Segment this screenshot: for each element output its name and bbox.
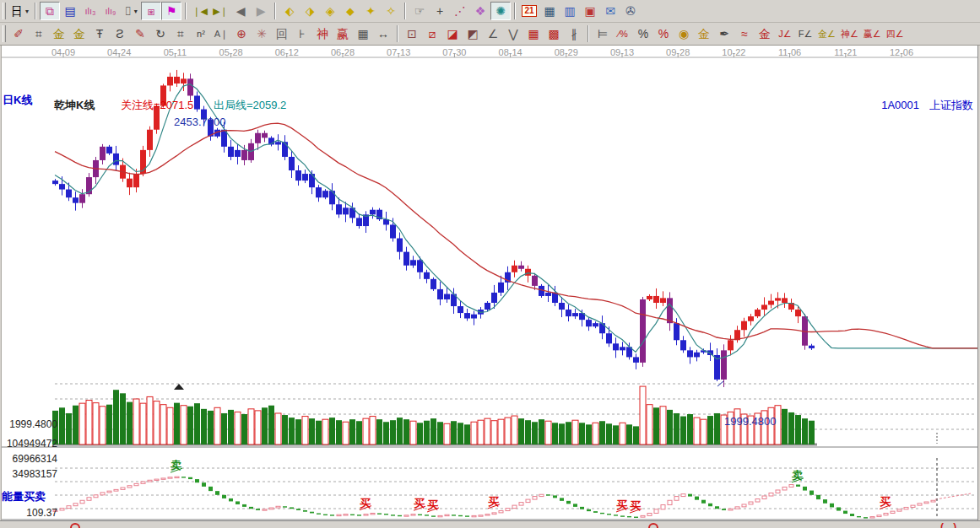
calendar-icon[interactable]: 21 bbox=[519, 2, 539, 20]
page-back-icon[interactable]: ◀ bbox=[230, 2, 251, 20]
gold-grid-icon[interactable]: 金 bbox=[49, 24, 69, 43]
report-icon[interactable]: ▥ bbox=[560, 2, 580, 20]
gold-grid-icon: 金 bbox=[53, 28, 65, 40]
volume-bar bbox=[802, 418, 808, 444]
indicator-bar bbox=[202, 482, 206, 487]
crosshair-icon[interactable]: + bbox=[430, 2, 450, 20]
grid-icon[interactable]: ⌗ bbox=[29, 24, 49, 43]
ying-tool-icon[interactable]: 赢 bbox=[333, 24, 353, 43]
ruler-grid-icon[interactable]: ⌗ bbox=[171, 24, 191, 43]
volume-bar bbox=[59, 407, 65, 444]
gann-grid-filled-icon[interactable]: ▩ bbox=[544, 24, 564, 43]
slant-lines-icon: ∦ bbox=[571, 28, 577, 40]
candle bbox=[518, 266, 524, 269]
retrace-percent-icon[interactable]: ∕% bbox=[613, 24, 633, 43]
dropdown-arrow-icon[interactable]: ▾ bbox=[134, 8, 138, 15]
candle bbox=[79, 194, 85, 202]
volume-bar bbox=[167, 407, 173, 444]
spiral-icon[interactable]: Ƨ bbox=[110, 24, 130, 43]
chips-icon[interactable]: ❖ bbox=[470, 2, 490, 20]
gann-grid-icon[interactable]: ▦ bbox=[523, 24, 544, 43]
n-square-icon[interactable]: n² bbox=[191, 24, 211, 43]
expand-all-icon[interactable]: ✦ bbox=[360, 2, 381, 20]
volume-bar bbox=[208, 411, 214, 444]
info-list-icon[interactable]: ▤ bbox=[60, 2, 80, 20]
indicator-flag-icon[interactable]: ⚑ bbox=[161, 2, 181, 20]
f-grid-icon[interactable]: Ŧ bbox=[89, 24, 110, 43]
gold-angle-icon[interactable]: 金∠ bbox=[815, 24, 838, 43]
candle bbox=[599, 323, 605, 333]
speed-lines-icon[interactable]: ∠ bbox=[483, 24, 503, 43]
candle bbox=[73, 197, 79, 202]
gold-pen-icon[interactable]: ✒ bbox=[714, 24, 734, 43]
cycle-icon[interactable]: ↻ bbox=[150, 24, 171, 43]
gold-circle-icon[interactable]: ◉ bbox=[674, 24, 694, 43]
mark-brush-icon[interactable]: ✎ bbox=[130, 24, 150, 43]
skip-last-icon[interactable]: ▶❘ bbox=[210, 2, 230, 20]
indicator-title[interactable]: 能量买卖 bbox=[2, 491, 46, 503]
send-mail-icon[interactable]: ✉ bbox=[600, 2, 620, 20]
expand-horizontal-icon[interactable]: ◈ bbox=[320, 2, 340, 20]
toolbar-grip[interactable] bbox=[3, 25, 6, 42]
gann-circle-icon[interactable]: ⊕ bbox=[231, 24, 252, 43]
shen-tool-icon[interactable]: 神 bbox=[312, 24, 333, 43]
toolbar-separator bbox=[274, 3, 276, 19]
compress-all-icon[interactable]: ✧ bbox=[381, 2, 401, 20]
volume-bar bbox=[532, 422, 538, 444]
gold-grid-alt-icon[interactable]: 金 bbox=[69, 24, 89, 43]
gold-line-icon[interactable]: 金 bbox=[694, 24, 714, 43]
print-icon[interactable]: ✇ bbox=[620, 2, 641, 20]
minute-bars-3-icon[interactable]: ılı₃ bbox=[80, 2, 100, 20]
measure-angle-icon[interactable]: ⊦ bbox=[292, 24, 312, 43]
slant-lines-icon[interactable]: ∦ bbox=[564, 24, 584, 43]
page-forward-icon[interactable]: ▶ bbox=[251, 2, 271, 20]
fan-lines-icon[interactable]: ⧄ bbox=[422, 24, 442, 43]
wave-burst-icon[interactable]: ✳ bbox=[252, 24, 272, 43]
ying-angle-icon[interactable]: 赢∠ bbox=[861, 24, 884, 43]
indicator-bar bbox=[539, 494, 544, 496]
indicator-bar bbox=[891, 511, 895, 513]
percent-line-icon[interactable]: % bbox=[653, 24, 674, 43]
minute-bars-9-icon[interactable]: ılı₉ bbox=[100, 2, 121, 20]
indicator-bar bbox=[695, 497, 699, 500]
skip-first-icon[interactable]: ❘◀ bbox=[190, 2, 210, 20]
f-angle-icon[interactable]: F∠ bbox=[795, 24, 815, 43]
measure-line-icon[interactable]: ⋰ bbox=[450, 2, 470, 20]
volume-bar bbox=[397, 418, 403, 444]
pattern-icon[interactable]: ⧆ bbox=[141, 2, 161, 20]
chart-canvas[interactable]: 买买买买买买买卖卖 bbox=[0, 46, 980, 520]
zoom-left-icon[interactable]: ⬖ bbox=[279, 2, 300, 20]
wave-a-icon[interactable]: ≈ bbox=[734, 24, 755, 43]
candle-style-selector[interactable]: ⌷▾ bbox=[121, 2, 141, 20]
box-tool-icon[interactable]: ⊡ bbox=[402, 24, 422, 43]
dropdown-arrow-icon[interactable]: ▾ bbox=[25, 8, 29, 15]
period-label[interactable]: 日K线 bbox=[3, 94, 32, 106]
save-icon[interactable]: ▣ bbox=[580, 2, 600, 20]
width-measure-icon[interactable]: ↔ bbox=[373, 24, 393, 43]
text-tool-icon[interactable]: A❘ bbox=[211, 24, 231, 43]
indicator-bar bbox=[350, 515, 355, 515]
pan-hand-icon[interactable]: ☞ bbox=[409, 2, 430, 20]
smart-brain-icon[interactable]: ✺ bbox=[490, 2, 511, 20]
zigzag-icon[interactable]: ⋁ bbox=[503, 24, 523, 43]
brush-icon[interactable]: ✐ bbox=[8, 24, 29, 43]
volume-bar bbox=[154, 401, 160, 444]
multi-window-icon[interactable]: ⧉ bbox=[40, 2, 60, 20]
grid-123-icon[interactable]: ▦ bbox=[353, 24, 373, 43]
compress-horizontal-icon[interactable]: ⬥ bbox=[340, 2, 360, 20]
price-scale-icon[interactable]: ⊨ bbox=[593, 24, 613, 43]
four-angle-icon[interactable]: 四∠ bbox=[884, 24, 907, 43]
fan-box-icon[interactable]: ◪ bbox=[442, 24, 463, 43]
period-selector[interactable]: 日▾ bbox=[8, 2, 31, 20]
gold-underline-icon[interactable]: 金 bbox=[755, 24, 775, 43]
percent-icon[interactable]: % bbox=[633, 24, 653, 43]
symbol-header[interactable]: 1A0001 上证指数 bbox=[881, 100, 973, 111]
toolbar-grip[interactable] bbox=[3, 3, 6, 19]
zoom-right-icon[interactable]: ⬗ bbox=[300, 2, 320, 20]
square-spiral-icon[interactable]: 回 bbox=[272, 24, 292, 43]
shen-angle-icon[interactable]: 神∠ bbox=[838, 24, 861, 43]
fan-box-dark-icon[interactable]: ◩ bbox=[463, 24, 483, 43]
calculator-icon[interactable]: ▦ bbox=[539, 2, 560, 20]
j-angle-icon[interactable]: J∠ bbox=[775, 24, 795, 43]
chart-area[interactable]: 买买买买买买买卖卖 04-0904-2405-1105-2806-1206-28… bbox=[0, 46, 980, 528]
